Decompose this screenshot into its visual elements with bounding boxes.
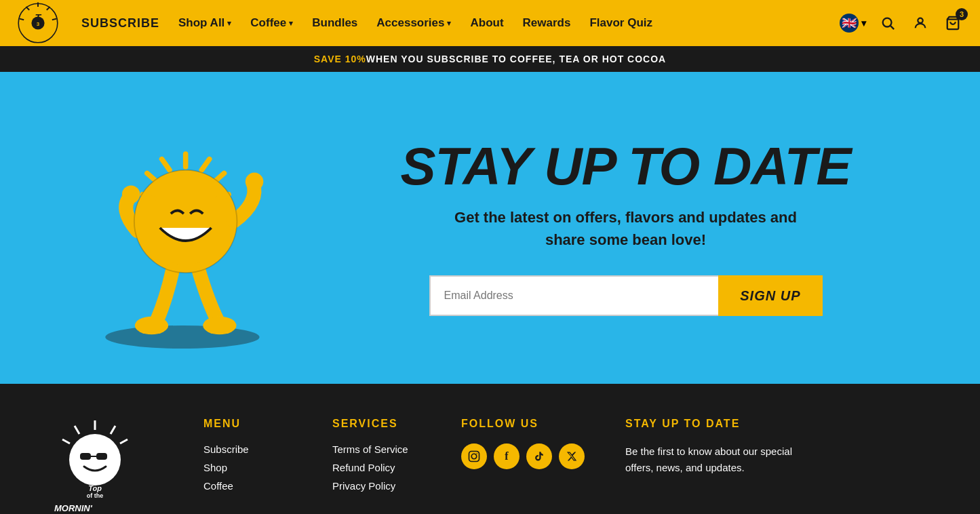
nav-coffee[interactable]: Coffee ▾	[250, 16, 293, 30]
logo-area[interactable]: T 3	[16, 1, 60, 45]
svg-point-22	[122, 185, 140, 203]
nav-bundles[interactable]: Bundles	[312, 16, 357, 30]
svg-line-31	[62, 439, 70, 443]
footer-stay-text: Be the first to know about our special o…	[625, 443, 802, 476]
svg-point-39	[471, 454, 477, 459]
footer-logo: Top of the	[54, 418, 136, 499]
footer-logo-area: Top of the MORNIN'	[54, 418, 163, 514]
svg-line-30	[75, 426, 79, 434]
svg-rect-33	[80, 453, 91, 460]
svg-line-16	[201, 159, 209, 170]
chevron-down-icon: ▾	[289, 19, 293, 28]
subscribe-nav-link[interactable]: SUBSCRIBE	[81, 16, 159, 31]
footer-services-col: SERVICES Terms of Service Refund Policy …	[332, 418, 420, 514]
chevron-down-icon: ▾	[861, 18, 866, 28]
chevron-down-icon: ▾	[447, 19, 451, 28]
facebook-button[interactable]: f	[494, 443, 520, 469]
footer-shop-link[interactable]: Shop	[203, 462, 292, 473]
svg-rect-34	[96, 453, 107, 460]
nav-flavor-quiz[interactable]: Flavor Quiz	[589, 16, 652, 30]
main-nav: Shop All ▾ Coffee ▾ Bundles Accessories …	[178, 16, 840, 30]
mascot-container	[41, 99, 298, 357]
footer-menu-title: MENU	[203, 418, 292, 430]
language-selector[interactable]: 🇬🇧 ▾	[840, 14, 866, 33]
svg-point-32	[69, 434, 121, 486]
announcement-text: WHEN YOU SUBSCRIBE TO COFFEE, TEA OR HOT…	[366, 54, 666, 64]
footer-follow-col: FOLLOW US f	[461, 418, 585, 514]
footer-stay-col: STAY UP TO DATE Be the first to know abo…	[625, 418, 802, 514]
svg-point-11	[918, 18, 922, 23]
announcement-bar: SAVE 10% WHEN YOU SUBSCRIBE TO COFFEE, T…	[0, 46, 980, 72]
footer-privacy-link[interactable]: Privacy Policy	[332, 480, 420, 492]
nav-about[interactable]: About	[470, 16, 503, 30]
email-input[interactable]	[429, 275, 719, 316]
footer-menu-col: MENU Subscribe Shop Coffee	[203, 418, 292, 514]
svg-point-13	[105, 325, 259, 349]
header-actions: 🇬🇧 ▾ 3	[840, 12, 964, 34]
cart-count-badge: 3	[956, 8, 968, 20]
hero-section: STAY UP TO DATE Get the latest on offers…	[0, 72, 980, 384]
cart-button[interactable]: 3	[942, 12, 964, 34]
nav-rewards[interactable]: Rewards	[523, 16, 571, 30]
footer-stay-title: STAY UP TO DATE	[625, 418, 802, 430]
chevron-down-icon: ▾	[227, 19, 231, 28]
announcement-highlight: SAVE 10%	[314, 54, 366, 64]
account-button[interactable]	[909, 12, 931, 34]
header: T 3 SUBSCRIBE Shop All ▾ Coffee ▾ Bundle…	[0, 0, 980, 46]
instagram-button[interactable]	[461, 443, 487, 469]
hero-content: STAY UP TO DATE Get the latest on offers…	[298, 113, 980, 343]
brand-logo: T 3	[16, 1, 60, 45]
footer-coffee-link[interactable]: Coffee	[203, 480, 292, 492]
footer-brand-name: MORNIN'	[54, 503, 163, 514]
svg-line-28	[111, 426, 115, 434]
sign-up-button[interactable]: SIGN UP	[718, 275, 822, 316]
svg-rect-38	[469, 452, 479, 462]
flag-icon: 🇬🇧	[840, 14, 859, 33]
svg-text:Top: Top	[88, 484, 102, 492]
footer-services-title: SERVICES	[332, 418, 420, 430]
footer-refund-link[interactable]: Refund Policy	[332, 462, 420, 473]
svg-point-40	[476, 453, 477, 454]
twitter-button[interactable]	[559, 443, 585, 469]
svg-point-9	[883, 18, 892, 27]
nav-accessories[interactable]: Accessories ▾	[376, 16, 451, 30]
svg-point-23	[246, 173, 264, 191]
search-button[interactable]	[877, 12, 899, 34]
tiktok-button[interactable]	[526, 443, 552, 469]
svg-text:of the: of the	[87, 492, 104, 499]
hero-title: STAY UP TO DATE	[401, 140, 851, 193]
mascot-illustration	[47, 106, 292, 350]
footer-subscribe-link[interactable]: Subscribe	[203, 443, 292, 455]
footer-follow-title: FOLLOW US	[461, 418, 585, 430]
svg-line-29	[120, 439, 128, 443]
signup-form: SIGN UP	[429, 275, 823, 316]
hero-subtitle: Get the latest on offers, flavors and up…	[450, 206, 802, 251]
footer-tos-link[interactable]: Terms of Service	[332, 443, 420, 455]
social-icons-group: f	[461, 443, 585, 469]
footer: Top of the MORNIN' MENU Subscribe Shop C…	[0, 384, 980, 514]
nav-shop-all[interactable]: Shop All ▾	[178, 16, 231, 30]
svg-line-10	[890, 26, 894, 29]
svg-text:3: 3	[37, 21, 40, 27]
svg-line-18	[162, 159, 170, 170]
